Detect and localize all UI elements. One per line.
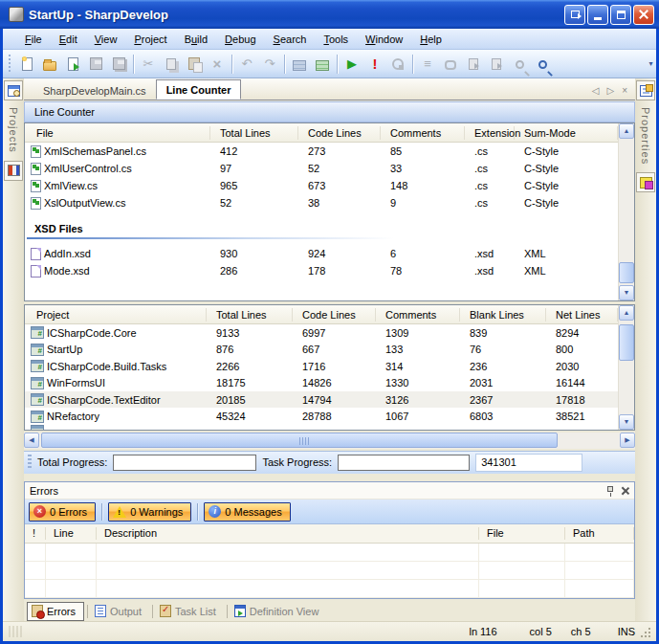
search-icon[interactable] (531, 53, 554, 76)
table-row[interactable]: #ICSharpCode.Core9133699713098398294 (25, 324, 618, 342)
column-header-file[interactable]: File (25, 126, 210, 140)
total-cell: 2266 (207, 361, 293, 372)
table-row[interactable]: Mode.xsd28617878.xsdXML (25, 262, 618, 279)
menu-item-window[interactable]: Window (357, 31, 411, 48)
save-as-icon[interactable] (61, 53, 84, 76)
table-row[interactable]: #WinFormsUI18175148261330203116144 (25, 374, 618, 391)
tab-prev-icon[interactable]: ◁ (592, 85, 600, 96)
project-name-cell: #ICSharpCode.Core (25, 326, 207, 339)
column-header-total-lines[interactable]: Total Lines (207, 308, 293, 322)
tab-line-counter[interactable]: Line Counter (156, 79, 242, 100)
horizontal-scrollbar[interactable]: ◀ ▶ (24, 433, 635, 449)
table-row[interactable]: XmlSchemasPanel.cs41227385.csC-Style (25, 143, 618, 160)
tab-output[interactable]: Output (91, 602, 149, 621)
close-button[interactable] (633, 5, 654, 25)
sidebar-item-projects[interactable] (4, 80, 23, 100)
menu-item-tools[interactable]: Tools (315, 31, 357, 48)
open-file-icon[interactable] (38, 53, 61, 76)
projects-vertical-scrollbar[interactable]: ▲ ▼ (618, 305, 634, 429)
menu-item-edit[interactable]: Edit (51, 31, 86, 48)
sidebar-item-toolbox[interactable] (636, 172, 655, 192)
abort-icon[interactable]: ! (363, 53, 386, 76)
ext-cell: .cs (465, 197, 515, 209)
column-header-path[interactable]: Path (565, 527, 634, 540)
menu-item-project[interactable]: Project (125, 31, 175, 48)
column-header-extension[interactable]: Extension (465, 126, 515, 140)
0-warnings-button[interactable]: 0 Warnings (108, 502, 191, 522)
menu-item-help[interactable]: Help (411, 31, 450, 48)
menu-item-debug[interactable]: Debug (216, 31, 264, 48)
table-row[interactable]: #StartUp87666713376800 (25, 341, 618, 358)
column-header-blank-lines[interactable]: Blank Lines (460, 308, 546, 322)
code-cell: 14826 (293, 377, 376, 389)
0-errors-button[interactable]: ×0 Errors (29, 502, 96, 522)
menu-item-view[interactable]: View (86, 31, 126, 48)
new-file-icon[interactable] (15, 53, 38, 76)
column-header-[interactable]: ! (25, 527, 46, 540)
menu-item-search[interactable]: Search (265, 31, 316, 48)
mode-cell: C-Style (515, 163, 618, 174)
minimize-button[interactable] (587, 5, 608, 25)
column-header-sum-mode[interactable]: Sum-Mode (515, 126, 618, 140)
table-row[interactable]: #ICSharpCode.TextEditor20185147943126236… (25, 391, 618, 409)
scroll-down-icon[interactable]: ▼ (619, 414, 634, 430)
menu-item-build[interactable]: Build (176, 31, 216, 48)
column-header-code-lines[interactable]: Code Lines (293, 308, 376, 322)
horizontal-scroll-thumb[interactable] (41, 433, 558, 448)
column-header-code-lines[interactable]: Code Lines (298, 126, 381, 140)
build-icon (293, 60, 306, 71)
pin-icon[interactable] (607, 486, 613, 492)
column-header-comments[interactable]: Comments (376, 308, 460, 322)
sidebar-item-properties[interactable] (636, 80, 655, 100)
table-row[interactable]: #NRefactory45324287881067680338521 (25, 408, 618, 425)
resize-grip[interactable] (639, 626, 650, 637)
column-header-project[interactable]: Project (25, 308, 207, 322)
column-header-description[interactable]: Description (97, 527, 479, 540)
paste-icon (188, 57, 200, 70)
column-header-net-lines[interactable]: Net Lines (546, 308, 618, 322)
minimize-icon (594, 17, 602, 20)
scroll-right-icon[interactable]: ▶ (620, 433, 635, 448)
total-progress-bar (113, 455, 256, 471)
table-row[interactable]: XslOutputView.cs52389.csC-Style (25, 194, 618, 211)
table-row[interactable]: XmlView.cs965673148.csC-Style (25, 177, 618, 194)
close-panel-icon[interactable] (622, 487, 629, 495)
table-row[interactable]: #ICSharpCode.Build.Tasks2266171631423620… (25, 358, 618, 375)
tab-sharpdevelopmain-cs[interactable]: SharpDevelopMain.cs (33, 81, 156, 100)
table-row[interactable]: AddIn.xsd9309246.xsdXML (25, 245, 618, 262)
undock-button[interactable] (564, 5, 585, 25)
errors-toolbar: ×0 Errors0 Warningsi0 Messages (25, 500, 634, 524)
close-icon (639, 10, 648, 19)
table-row[interactable]: XmlUserControl.cs975233.csC-Style (25, 160, 618, 177)
0-messages-button[interactable]: i0 Messages (204, 502, 290, 522)
comments-cell: 85 (381, 145, 465, 157)
files-scroll-thumb[interactable] (619, 262, 634, 283)
properties-strip-label[interactable]: Properties (640, 103, 651, 172)
files-vertical-scrollbar[interactable]: ▲ ▼ (618, 123, 634, 300)
tab-definition-view[interactable]: Definition View (231, 602, 327, 621)
projects-strip-label[interactable]: Projects (8, 103, 19, 161)
tab-errors[interactable]: Errors (27, 602, 84, 621)
scroll-up-icon[interactable]: ▲ (619, 123, 634, 139)
column-header-comments[interactable]: Comments (381, 126, 465, 140)
scroll-left-icon[interactable]: ◀ (24, 433, 39, 448)
tab-next-icon[interactable]: ▷ (606, 85, 614, 96)
toolbar-overflow-icon[interactable]: ▾ (647, 60, 655, 67)
menu-item-file[interactable]: File (16, 31, 51, 48)
maximize-button[interactable] (610, 5, 631, 25)
rebuild-icon[interactable] (311, 53, 334, 76)
tab-close-icon[interactable]: × (622, 85, 627, 96)
run-icon[interactable]: ▶ (340, 53, 363, 76)
build-icon[interactable] (288, 53, 311, 76)
projects-scroll-thumb[interactable] (619, 324, 634, 361)
sidebar-item-tools[interactable] (4, 161, 23, 181)
column-header-file[interactable]: File (479, 527, 565, 540)
scroll-up-icon[interactable]: ▲ (619, 305, 634, 321)
comments-cell: 148 (381, 180, 465, 191)
tab-task-list[interactable]: Task List (156, 602, 224, 621)
scroll-down-icon[interactable]: ▼ (619, 285, 634, 300)
column-header-total-lines[interactable]: Total Lines (210, 126, 298, 140)
empty-cell (97, 562, 479, 579)
net-cell: 2030 (546, 361, 618, 372)
column-header-line[interactable]: Line (46, 527, 97, 540)
